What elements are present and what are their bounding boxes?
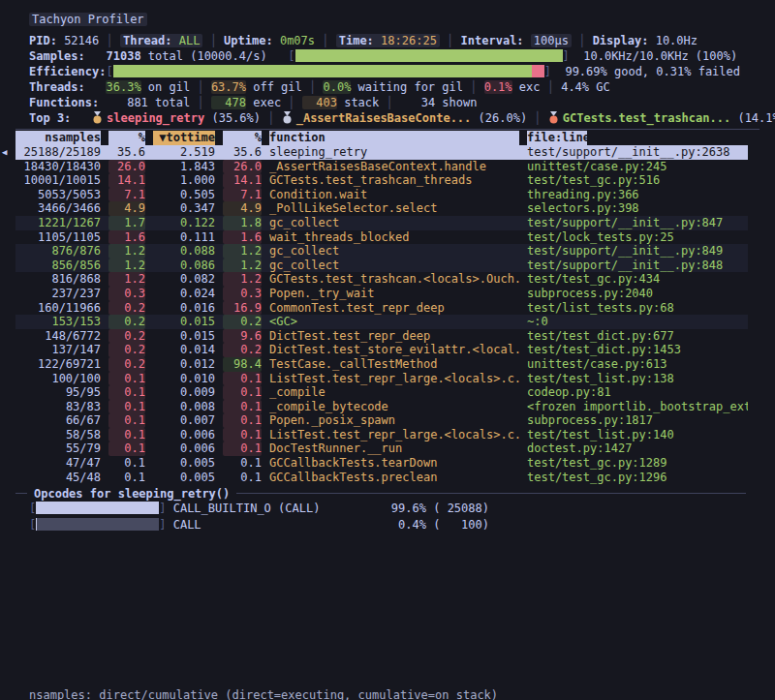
samples-line: Samples: 71038 total (10000.4/s) [] 10.0…	[29, 49, 775, 65]
table-row[interactable]: 856/8561.20.0861.2gc_collecttest/support…	[16, 259, 748, 273]
cell-nsamples: 45/48	[16, 471, 101, 485]
samples-rate-text: 10.0KHz/10.0KHz (100%)	[570, 49, 737, 63]
opcodes-section: Opcodes for sleeping_retry() [] CALL_BUI…	[16, 486, 746, 533]
opcode-percentage: 99.6% ( 25088)	[349, 501, 489, 517]
functions-stat-label: exec	[246, 96, 281, 109]
cell-tottime: 0.122	[153, 216, 215, 230]
medal-bronze-icon	[548, 111, 559, 124]
table-row[interactable]: 45/480.10.0050.1GCCallbackTests.preclean…	[16, 471, 748, 485]
cell-tottime: 1.000	[153, 173, 215, 188]
column-header-fileline[interactable]: file:line	[527, 131, 587, 145]
cell-direct-pct: 1.2	[108, 272, 145, 287]
table-row[interactable]: 58/580.10.0060.1ListTest.test_repr_large…	[16, 428, 748, 442]
efficiency-line: Efficiency:[] 99.69% good, 0.31% failed	[29, 65, 775, 80]
cell-cumulative-pct: 0.1	[223, 441, 262, 456]
bracket: [	[29, 502, 36, 515]
cell-nsamples: 25188/25189	[16, 145, 101, 160]
separator: │	[190, 80, 211, 94]
cell-cumulative-pct: 0.2	[223, 343, 262, 357]
cell-function-name: gc_collect	[269, 244, 519, 259]
table-row[interactable]: 47/470.10.0050.1GCCallbackTests.tearDown…	[16, 456, 748, 471]
table-row[interactable]: 148/67720.20.0159.6DictTest.test_repr_de…	[16, 329, 748, 344]
cell-nsamples: 18430/18430	[16, 160, 101, 174]
separator: │	[202, 34, 224, 47]
column-header-[interactable]: %	[223, 131, 262, 145]
cell-nsamples: 66/67	[16, 413, 101, 428]
status-label: Interval:	[461, 34, 531, 47]
threads-stat-value: 63.7%	[211, 80, 246, 94]
table-row[interactable]: 876/8761.20.0881.2gc_collecttest/support…	[16, 244, 748, 259]
top3-function-name: GCTests.test_trashcan...	[563, 111, 730, 125]
table-row[interactable]: 55/790.10.0060.1DocTestRunner.__rundocte…	[16, 441, 748, 456]
opcode-bar-fill	[36, 502, 158, 514]
status-label: Time:	[339, 34, 381, 47]
functions-stat-label: stack	[337, 96, 379, 109]
threads-stat-value: 36.3%	[106, 80, 140, 94]
table-row[interactable]: 137/1470.20.0140.2DictTest.test_store_ev…	[16, 343, 748, 357]
column-header-function[interactable]: function	[269, 131, 519, 145]
efficiency-fail-fill	[532, 65, 544, 77]
cell-tottime: 0.007	[153, 413, 215, 428]
table-row[interactable]: 816/8681.20.0821.2GCTests.test_trashcan.…	[16, 272, 748, 287]
selection-marker-icon: ◀	[2, 145, 7, 160]
cell-nsamples: 55/79	[16, 441, 101, 456]
table-row[interactable]: 3466/34664.90.3474.9_PollLikeSelector.se…	[16, 201, 748, 216]
table-row[interactable]: 95/950.10.0090.1_compilecodeop.py:81	[16, 385, 748, 400]
cell-direct-pct: 4.9	[108, 201, 145, 216]
table-row[interactable]: 237/2370.30.0240.3Popen._try_waitsubproc…	[16, 287, 748, 301]
cell-cumulative-pct: 1.2	[223, 259, 262, 273]
cell-function-name: ListTest.test_repr_large.<locals>.c...	[269, 428, 519, 442]
status-item-pid: PID: 52146	[29, 34, 99, 47]
table-row[interactable]: ◀25188/2518935.62.51935.6sleeping_retryt…	[16, 145, 748, 160]
cell-tottime: 0.111	[153, 230, 215, 245]
status-value: 18:26:25	[381, 34, 437, 47]
functions-line: Functions: 881 total │ 478 exec │ 403 st…	[29, 96, 775, 111]
column-header-tottime[interactable]: ▼tottime	[153, 131, 215, 145]
cell-function-name: wait_threads_blocked	[269, 230, 519, 245]
table-row[interactable]: 5053/50537.10.5057.1Condition.waitthread…	[16, 188, 748, 202]
cell-file-line: test/test_gc.py:1289	[527, 456, 748, 471]
cell-nsamples: 816/868	[16, 272, 101, 287]
table-row[interactable]: 1105/11051.60.1111.6wait_threads_blocked…	[16, 230, 748, 245]
medal-silver-icon	[282, 111, 293, 124]
cell-tottime: 0.015	[153, 329, 215, 344]
separator: │	[315, 34, 336, 47]
functions-stat-label: shown	[435, 96, 477, 109]
table-row[interactable]: 1221/12671.70.1221.8gc_collecttest/suppo…	[16, 216, 748, 230]
separator: │	[99, 34, 120, 47]
cell-nsamples: 122/69721	[16, 357, 101, 372]
column-header-[interactable]: %	[108, 131, 145, 145]
table-row[interactable]: 66/670.10.0070.1Popen._posix_spawnsubpro…	[16, 413, 748, 428]
cell-tottime: 0.008	[153, 400, 215, 414]
threads-stat-label: off gil	[246, 80, 302, 94]
cell-cumulative-pct: 35.6	[223, 145, 262, 160]
cell-cumulative-pct: 1.6	[223, 230, 262, 245]
table-row[interactable]: 18430/1843026.01.84326.0_AssertRaisesBas…	[16, 160, 748, 174]
cell-cumulative-pct: 7.1	[223, 188, 262, 202]
status-item-display: Display: 10.0Hz	[593, 34, 698, 47]
cell-tottime: 0.347	[153, 201, 215, 216]
cell-function-name: gc_collect	[269, 259, 519, 273]
cell-nsamples: 5053/5053	[16, 188, 101, 202]
cell-file-line: selectors.py:398	[527, 201, 748, 216]
table-row[interactable]: 10001/1001514.11.00014.1GCTests.test_tra…	[16, 173, 748, 188]
separator: │	[379, 96, 400, 109]
table-row[interactable]: 160/119660.20.01616.9CommonTest.test_rep…	[16, 301, 748, 316]
cell-nsamples: 83/83	[16, 400, 101, 414]
cell-function-name: TestCase._callTestMethod	[269, 357, 519, 372]
table-row[interactable]: 100/1000.10.0100.1ListTest.test_repr_lar…	[16, 372, 748, 386]
table-row[interactable]: 153/1530.20.0150.2<GC>~:0	[16, 315, 748, 329]
cell-tottime: 0.014	[153, 343, 215, 357]
cell-nsamples: 876/876	[16, 244, 101, 259]
cell-tottime: 0.005	[153, 471, 215, 485]
cell-tottime: 0.012	[153, 357, 215, 372]
column-header-nsamples[interactable]: nsamples	[16, 131, 101, 145]
cell-file-line: test/test_list.py:140	[527, 428, 748, 442]
cell-nsamples: 95/95	[16, 385, 101, 400]
cell-file-line: test/support/__init__.py:849	[527, 244, 748, 259]
table-row[interactable]: 83/830.10.0080.1_compile_bytecode<frozen…	[16, 400, 748, 414]
cell-nsamples: 148/6772	[16, 329, 101, 344]
cell-direct-pct: 0.2	[108, 357, 145, 372]
cell-direct-pct: 1.7	[108, 216, 145, 230]
table-row[interactable]: 122/697210.20.01298.4TestCase._callTestM…	[16, 357, 748, 372]
